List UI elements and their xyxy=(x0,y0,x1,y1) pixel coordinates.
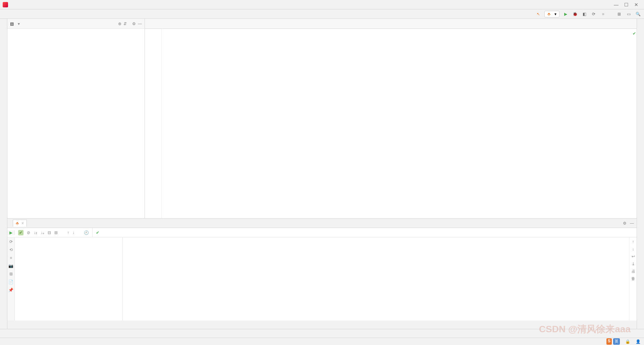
show-passed-icon[interactable]: ✔ xyxy=(18,230,23,235)
project-tree[interactable] xyxy=(7,29,145,218)
scroll-end-icon[interactable]: ⤓ xyxy=(632,262,635,266)
left-bottom-gutter xyxy=(0,218,7,329)
clear-icon[interactable]: 🗑 xyxy=(631,276,635,281)
navigation-bar: ↖ ⬘ ▾ ▶ 🐞 ◧ ⟳ ■ ⊞ ▭ 🔍 xyxy=(0,9,644,19)
run-button-icon[interactable]: ▶ xyxy=(562,11,569,17)
run-configuration-selector[interactable]: ⬘ ▾ xyxy=(544,11,559,17)
soft-wrap-icon[interactable]: ↩ xyxy=(632,254,635,259)
scroll-down-icon[interactable]: ↓ xyxy=(632,247,634,251)
minimize-button[interactable]: — xyxy=(611,2,621,7)
menubar: — ☐ ✕ xyxy=(0,0,644,9)
inspection-ok-icon: ✔ xyxy=(633,30,636,37)
prev-test-icon[interactable]: ↑ xyxy=(67,230,69,235)
main-content: ▤ ▾ ⊕ ⇵ ⚙ — ✔ xyxy=(0,19,644,218)
hide-run-panel-icon[interactable]: — xyxy=(630,221,634,226)
expand-tree-icon[interactable]: ⊟ xyxy=(48,230,51,235)
run-panel-header: ⬘ × ⚙ — xyxy=(7,219,637,228)
sort-icon[interactable]: ↓₂ xyxy=(34,230,37,235)
coverage-button-icon[interactable]: ◧ xyxy=(581,11,588,17)
debug-button-icon[interactable]: 🐞 xyxy=(572,11,578,17)
app-logo-icon xyxy=(3,2,8,7)
status-bar: S 英 🔒 👤 xyxy=(0,338,644,345)
error-stripe: ✔ xyxy=(632,29,637,218)
layout-icon[interactable]: ⊞ xyxy=(9,272,13,276)
maximize-button[interactable]: ☐ xyxy=(621,2,631,7)
left-tool-gutter xyxy=(0,19,7,218)
locate-icon[interactable]: ⊕ xyxy=(118,21,121,26)
dump-icon[interactable]: 📷 xyxy=(8,264,13,268)
test-results-tree[interactable] xyxy=(15,237,123,321)
editor-area: ✔ xyxy=(145,19,637,218)
profile-button-icon[interactable]: ⟳ xyxy=(590,11,597,17)
project-tool-window: ▤ ▾ ⊕ ⇵ ⚙ — xyxy=(7,19,145,218)
code-editor[interactable]: ✔ xyxy=(145,29,637,218)
status-ok-icon: ✔ xyxy=(96,230,99,235)
hide-panel-icon[interactable]: — xyxy=(138,21,142,26)
close-window-button[interactable]: ✕ xyxy=(631,2,641,7)
hector-icon[interactable]: 👤 xyxy=(636,339,641,344)
collapse-tree-icon[interactable]: ⊞ xyxy=(54,230,58,235)
overlay-icons: S 英 xyxy=(606,338,620,345)
ide-settings-icon[interactable]: ▭ xyxy=(625,11,632,17)
right-tool-gutter xyxy=(637,19,644,218)
scroll-up-icon[interactable]: ↑ xyxy=(632,239,634,244)
project-panel-header: ▤ ▾ ⊕ ⇵ ⚙ — xyxy=(7,19,145,29)
close-icon[interactable]: × xyxy=(21,221,24,226)
back-nav-icon[interactable]: ↖ xyxy=(535,11,542,17)
run-side-toolbar: ⟳ ⟲ ■ 📷 ⊞ 📄 📌 xyxy=(7,237,15,321)
bottom-tool-tabs xyxy=(0,329,644,338)
settings-gear-icon[interactable]: ⚙ xyxy=(132,21,136,26)
sort-alpha-icon[interactable]: ↓ₐ xyxy=(41,230,44,235)
stop-icon[interactable]: ■ xyxy=(10,255,12,260)
expand-all-icon[interactable]: ⇵ xyxy=(123,21,127,26)
rerun-button-icon[interactable]: ▶ xyxy=(7,230,15,235)
chevron-down-icon: ▾ xyxy=(554,12,556,16)
export-icon[interactable]: 📄 xyxy=(8,280,13,284)
toggle-auto-icon[interactable]: ⟲ xyxy=(9,247,13,252)
show-ignored-icon[interactable]: ⊘ xyxy=(27,230,30,235)
rerun-failed-icon[interactable]: ⟳ xyxy=(9,239,13,244)
stop-button-icon[interactable]: ■ xyxy=(600,11,606,17)
run-tab[interactable]: ⬘ × xyxy=(13,220,27,227)
editor-tabs xyxy=(145,19,637,29)
console-output[interactable] xyxy=(123,237,629,321)
test-history-icon[interactable]: 🕘 xyxy=(84,230,89,235)
print-icon[interactable]: 🖨 xyxy=(631,269,635,274)
pin-icon[interactable]: 📌 xyxy=(8,288,13,292)
lock-icon[interactable]: 🔒 xyxy=(625,339,630,344)
run-settings-icon[interactable]: ⚙ xyxy=(623,221,627,226)
search-everywhere-icon[interactable]: 🔍 xyxy=(635,11,641,17)
run-toolbar: ▶ ✔ ⊘ ↓₂ ↓ₐ ⊟ ⊞ ↑ ↓ 🕘 ✔ xyxy=(7,228,637,237)
project-structure-icon[interactable]: ⊞ xyxy=(616,11,623,17)
console-toolbar: ↑ ↓ ↩ ⤓ 🖨 🗑 xyxy=(629,237,637,321)
next-test-icon[interactable]: ↓ xyxy=(72,230,74,235)
run-tool-window: ⬘ × ⚙ — ▶ ✔ ⊘ ↓₂ ↓ₐ ⊟ ⊞ ↑ ↓ 🕘 xyxy=(7,218,637,321)
